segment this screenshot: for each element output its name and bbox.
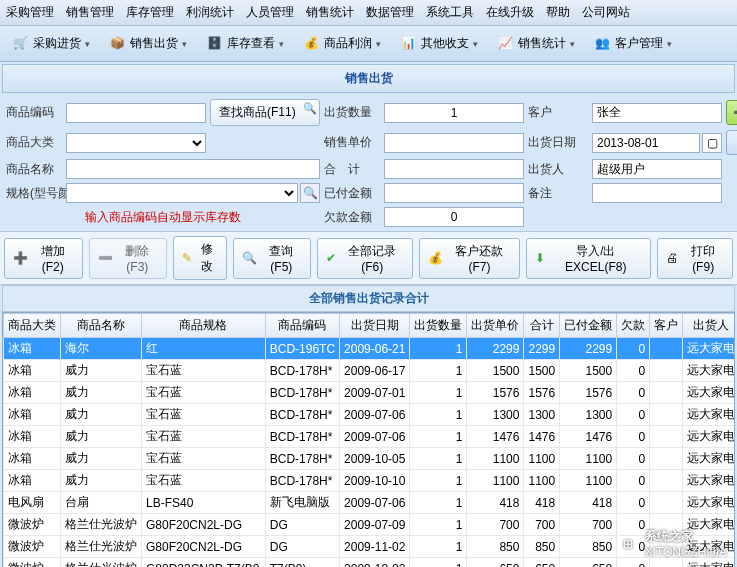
menu-item[interactable]: 库存管理 bbox=[126, 4, 174, 21]
all-records-button[interactable]: ✔全部记录(F6) bbox=[317, 238, 413, 279]
input-paid[interactable] bbox=[384, 183, 524, 203]
column-header[interactable]: 出货单价 bbox=[467, 314, 524, 338]
table-row[interactable]: 冰箱海尔红BCD-196TC2009-06-2112299229922990远大… bbox=[4, 338, 736, 360]
menu-item[interactable]: 人员管理 bbox=[246, 4, 294, 21]
toolbar-icon: 👥 bbox=[595, 36, 611, 52]
label-shipper: 出货人 bbox=[528, 161, 588, 178]
column-header[interactable]: 客户 bbox=[650, 314, 683, 338]
label-date: 出货日期 bbox=[528, 134, 588, 151]
toolbar-button[interactable]: 🗄️库存查看▾ bbox=[198, 30, 293, 57]
table-row[interactable]: 冰箱威力宝石蓝BCD-178H*2009-06-1711500150015000… bbox=[4, 360, 736, 382]
label-price: 销售单价 bbox=[324, 134, 380, 151]
label-name: 商品名称 bbox=[6, 161, 62, 178]
spec-lookup-button[interactable]: 🔍 bbox=[300, 183, 320, 203]
menu-item[interactable]: 在线升级 bbox=[486, 4, 534, 21]
action-bar: ➕增加(F2) ➖删除(F3) ✎修改 🔍查询(F5) ✔全部记录(F6) 💰客… bbox=[0, 231, 737, 285]
menu-item[interactable]: 利润统计 bbox=[186, 4, 234, 21]
column-header[interactable]: 合计 bbox=[524, 314, 560, 338]
toolbar-button[interactable]: 👥客户管理▾ bbox=[586, 30, 681, 57]
column-header[interactable]: 出货人 bbox=[683, 314, 735, 338]
select-spec[interactable] bbox=[66, 183, 298, 203]
input-code[interactable] bbox=[66, 103, 206, 123]
column-header[interactable]: 欠款 bbox=[617, 314, 650, 338]
toolbar-icon: 🗄️ bbox=[207, 36, 223, 52]
grid-title: 全部销售出货记录合计 bbox=[2, 285, 735, 312]
toolbar-button[interactable]: 📊其他收支▾ bbox=[392, 30, 487, 57]
menu-item[interactable]: 系统工具 bbox=[426, 4, 474, 21]
column-header[interactable]: 商品规格 bbox=[142, 314, 266, 338]
menu-item[interactable]: 销售管理 bbox=[66, 4, 114, 21]
table-row[interactable]: 冰箱威力宝石蓝BCD-178H*2009-10-0511100110011000… bbox=[4, 448, 736, 470]
delete-button[interactable]: ➖删除(F3) bbox=[89, 238, 168, 279]
column-header[interactable]: 商品编码 bbox=[265, 314, 339, 338]
label-category: 商品大类 bbox=[6, 134, 62, 151]
input-price[interactable] bbox=[384, 133, 524, 153]
add-button[interactable]: ➕增加(F2) bbox=[4, 238, 83, 279]
panel-title: 销售出货 bbox=[2, 64, 735, 93]
repay-button[interactable]: 💰客户还款(F7) bbox=[419, 238, 520, 279]
query-button[interactable]: 🔍查询(F5) bbox=[233, 238, 312, 279]
table-row[interactable]: 冰箱威力宝石蓝BCD-178H*2009-07-0611300130013000… bbox=[4, 404, 736, 426]
toolbar-button[interactable]: 🛒采购进货▾ bbox=[4, 30, 99, 57]
label-spec: 规格(型号颜色) bbox=[6, 185, 62, 202]
column-header[interactable]: 出货数量 bbox=[410, 314, 467, 338]
table-row[interactable]: 冰箱威力宝石蓝BCD-178H*2009-07-0111576157615760… bbox=[4, 382, 736, 404]
table-row[interactable]: 电风扇台扇LB-FS40新飞电脑版2009-07-0614184184180远大… bbox=[4, 492, 736, 514]
customer-manage-button[interactable]: 👥客户管理 bbox=[726, 130, 737, 155]
main-menu: 采购管理销售管理库存管理利润统计人员管理销售统计数据管理系统工具在线升级帮助公司… bbox=[0, 0, 737, 26]
entry-form: 商品编码 查找商品(F11) 出货数量 客户 ➕新添客户(F 商品大类 销售单价… bbox=[0, 95, 737, 231]
toolbar-icon: 📦 bbox=[110, 36, 126, 52]
input-owed[interactable] bbox=[384, 207, 524, 227]
select-category[interactable] bbox=[66, 133, 206, 153]
print-button[interactable]: 🖨打印(F9) bbox=[657, 238, 733, 279]
toolbar-button[interactable]: 💰商品利润▾ bbox=[295, 30, 390, 57]
input-total[interactable] bbox=[384, 159, 524, 179]
add-customer-button[interactable]: ➕新添客户(F bbox=[726, 100, 737, 125]
menu-item[interactable]: 公司网站 bbox=[582, 4, 630, 21]
label-remark: 备注 bbox=[528, 185, 588, 202]
input-shipper[interactable] bbox=[592, 159, 722, 179]
table-row[interactable]: 冰箱威力宝石蓝BCD-178H*2009-10-1011100110011000… bbox=[4, 470, 736, 492]
label-paid: 已付金额 bbox=[324, 185, 380, 202]
input-name[interactable] bbox=[66, 159, 320, 179]
toolbar-icon: 🛒 bbox=[13, 36, 29, 52]
date-picker-button[interactable]: ▢ bbox=[702, 133, 722, 153]
column-header[interactable]: 已付金额 bbox=[560, 314, 617, 338]
watermark: ⊞ 系统之家XITONGZHIJIA bbox=[617, 528, 727, 559]
menu-item[interactable]: 帮助 bbox=[546, 4, 570, 21]
find-product-button[interactable]: 查找商品(F11) bbox=[210, 99, 320, 126]
hint-text: 输入商品编码自动显示库存数 bbox=[6, 209, 320, 226]
edit-button[interactable]: ✎修改 bbox=[173, 236, 226, 280]
input-customer[interactable] bbox=[592, 103, 722, 123]
table-row[interactable]: 冰箱威力宝石蓝BCD-178H*2009-07-0611476147614760… bbox=[4, 426, 736, 448]
menu-item[interactable]: 采购管理 bbox=[6, 4, 54, 21]
input-date[interactable] bbox=[592, 133, 700, 153]
toolbar-icon: 📊 bbox=[401, 36, 417, 52]
menu-item[interactable]: 数据管理 bbox=[366, 4, 414, 21]
toolbar-icon: 💰 bbox=[304, 36, 320, 52]
input-qty[interactable] bbox=[384, 103, 524, 123]
excel-button[interactable]: ⬇导入/出EXCEL(F8) bbox=[526, 238, 651, 279]
column-header[interactable]: 出货日期 bbox=[340, 314, 410, 338]
toolbar-button[interactable]: 📈销售统计▾ bbox=[489, 30, 584, 57]
column-header[interactable]: 商品大类 bbox=[4, 314, 61, 338]
label-code: 商品编码 bbox=[6, 104, 62, 121]
label-total: 合 计 bbox=[324, 161, 380, 178]
main-toolbar: 🛒采购进货▾📦销售出货▾🗄️库存查看▾💰商品利润▾📊其他收支▾📈销售统计▾👥客户… bbox=[0, 26, 737, 62]
toolbar-button[interactable]: 📦销售出货▾ bbox=[101, 30, 196, 57]
label-owed: 欠款金额 bbox=[324, 209, 380, 226]
label-customer: 客户 bbox=[528, 104, 588, 121]
label-qty: 出货数量 bbox=[324, 104, 380, 121]
column-header[interactable]: 商品名称 bbox=[61, 314, 142, 338]
menu-item[interactable]: 销售统计 bbox=[306, 4, 354, 21]
input-remark[interactable] bbox=[592, 183, 722, 203]
toolbar-icon: 📈 bbox=[498, 36, 514, 52]
